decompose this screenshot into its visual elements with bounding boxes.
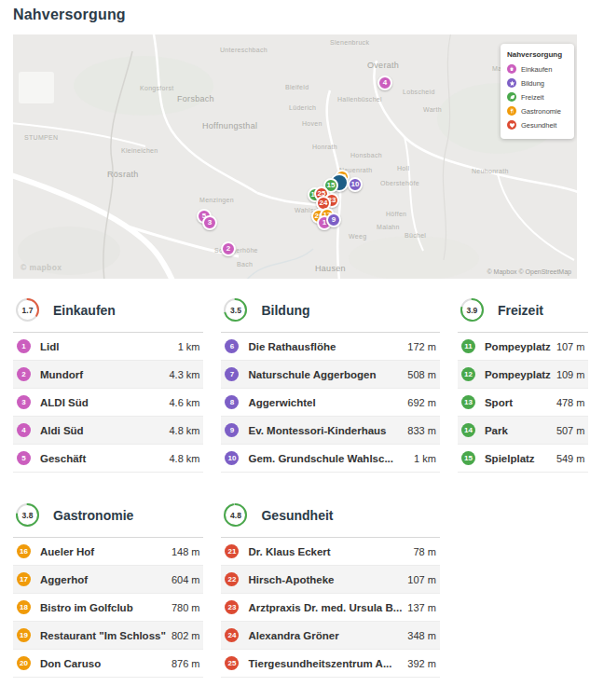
item-distance: 692 m xyxy=(407,397,436,408)
map-place-label: Lobscheid xyxy=(403,89,435,95)
score-badge: 3.9 xyxy=(460,297,485,323)
item-number-badge: 3 xyxy=(17,395,31,409)
item-number-badge: 9 xyxy=(225,423,239,437)
item-number-badge: 17 xyxy=(17,572,31,586)
map-place-label: Hallenbüschel xyxy=(337,96,382,103)
list-item[interactable]: 5Geschäft4.8 km xyxy=(13,445,203,473)
list-item[interactable]: 19Restaurant "Im Schloss"802 m xyxy=(13,622,203,650)
section-header: 1.7 Einkaufen xyxy=(13,295,203,333)
map-marker-4[interactable]: 4 xyxy=(377,75,392,90)
map-place-label: Forsbach xyxy=(177,94,214,103)
section-list: 11Pompeyplatz107 m12Pompeyplatz109 m13Sp… xyxy=(458,333,589,473)
item-distance: 4.6 km xyxy=(169,397,199,408)
list-item[interactable]: 14Park507 m xyxy=(458,417,589,445)
map-attribution[interactable]: © Mapbox © OpenStreetMap xyxy=(487,268,571,275)
list-item[interactable]: 2Mundorf4.3 km xyxy=(13,361,203,389)
list-item[interactable]: 1Lidl1 km xyxy=(13,333,203,361)
item-number-badge: 25 xyxy=(225,656,239,670)
item-distance: 107 m xyxy=(556,341,585,352)
star-icon xyxy=(507,78,516,88)
legend-item-freizeit: Freizeit xyxy=(507,92,569,102)
list-item[interactable]: 9Ev. Montessori-Kinderhaus833 m xyxy=(221,417,439,445)
legend-title: Nahversorgung xyxy=(507,50,569,59)
item-number-badge: 19 xyxy=(17,628,31,642)
section-header: 3.9 Freizeit xyxy=(458,295,589,333)
list-item[interactable]: 20Don Caruso876 m xyxy=(13,650,203,678)
item-number-badge: 22 xyxy=(225,572,239,586)
item-number-badge: 18 xyxy=(17,600,31,614)
item-distance: 833 m xyxy=(407,425,436,436)
item-number-badge: 1 xyxy=(17,339,31,353)
list-item[interactable]: 25Tiergesundheitszentrum A...392 m xyxy=(221,650,439,678)
item-number-badge: 15 xyxy=(461,451,475,465)
map-place-label: Hoffnungsthal xyxy=(202,121,257,130)
map-place-label: Honrath xyxy=(312,144,337,150)
map-marker-10[interactable]: 10 xyxy=(348,177,363,192)
page-title: Nahversorgung xyxy=(13,7,577,23)
cutlery-icon xyxy=(507,106,516,116)
section-list: 16Aueler Hof148 m17Aggerhof604 m18Bistro… xyxy=(13,538,203,678)
section-freizeit: 3.9 Freizeit 11Pompeyplatz107 m12Pompeyp… xyxy=(458,295,589,473)
list-item[interactable]: 22Hirsch-Apotheke107 m xyxy=(221,566,439,594)
item-number-badge: 16 xyxy=(17,544,31,558)
item-number-badge: 20 xyxy=(17,656,31,670)
map-place-label: Weeg xyxy=(349,233,366,240)
map-marker-9[interactable]: 9 xyxy=(326,213,341,227)
map-place-label: Untereschbach xyxy=(220,47,268,53)
section-title: Bildung xyxy=(261,303,309,318)
list-item[interactable]: 13Sport478 m xyxy=(458,389,589,417)
item-name: Die Rathausflöhe xyxy=(248,341,407,352)
map-place-label: Lüderich xyxy=(289,104,316,111)
map-place-label: Rösrath xyxy=(107,170,139,179)
map-place-label: Hausen xyxy=(315,264,346,273)
list-item[interactable]: 23Arztpraxis Dr. med. Ursula B...137 m xyxy=(221,594,439,622)
map[interactable]: SlenenbruckUntereschbachOverathMarialven… xyxy=(13,34,577,279)
item-distance: 508 m xyxy=(407,369,436,380)
item-distance: 1 km xyxy=(414,453,436,464)
list-item[interactable]: 12Pompeyplatz109 m xyxy=(458,361,589,389)
mapbox-logo[interactable]: © mapbox xyxy=(21,263,62,272)
list-item[interactable]: 8Aggerwichtel692 m xyxy=(221,389,439,417)
list-item[interactable]: 10Gem. Grundschule Wahlsc...1 km xyxy=(221,445,439,473)
map-place-label: Neuhonrath xyxy=(472,168,509,174)
item-distance: 148 m xyxy=(172,546,200,557)
item-distance: 109 m xyxy=(556,369,585,380)
section-einkaufen: 1.7 Einkaufen 1Lidl1 km2Mundorf4.3 km3AL… xyxy=(13,295,203,473)
item-name: Lidl xyxy=(40,341,178,352)
item-distance: 4.8 km xyxy=(169,425,199,436)
section-list: 1Lidl1 km2Mundorf4.3 km3ALDI Süd4.6 km4A… xyxy=(13,333,203,473)
list-item[interactable]: 6Die Rathausflöhe172 m xyxy=(221,333,439,361)
list-item[interactable]: 24Alexandra Gröner348 m xyxy=(221,622,439,650)
score-value: 1.7 xyxy=(15,297,40,323)
list-item[interactable]: 17Aggerhof604 m xyxy=(13,566,203,594)
item-number-badge: 23 xyxy=(225,600,239,614)
section-title: Gesundheit xyxy=(261,508,333,523)
list-item[interactable]: 4Aldi Süd4.8 km xyxy=(13,417,203,445)
section-title: Gastronomie xyxy=(53,508,133,523)
bag-icon xyxy=(507,64,516,74)
list-item[interactable]: 11Pompeyplatz107 m xyxy=(458,333,589,361)
map-place-label: Hoven xyxy=(302,120,322,127)
category-sections: 1.7 Einkaufen 1Lidl1 km2Mundorf4.3 km3AL… xyxy=(13,295,577,678)
score-value: 4.8 xyxy=(223,502,248,528)
legend-item-einkaufen: Einkaufen xyxy=(507,64,569,74)
list-item[interactable]: 3ALDI Süd4.6 km xyxy=(13,389,203,417)
item-distance: 507 m xyxy=(556,425,585,436)
section-title: Einkaufen xyxy=(53,303,116,318)
map-place-label: Bleifeld xyxy=(285,84,309,90)
list-item[interactable]: 16Aueler Hof148 m xyxy=(13,538,203,566)
list-item[interactable]: 18Bistro im Golfclub780 m xyxy=(13,594,203,622)
section-gastronomie: 3.8 Gastronomie 16Aueler Hof148 m17Agger… xyxy=(13,501,203,678)
map-place-label: Büchel xyxy=(405,232,426,239)
map-marker-2[interactable]: 2 xyxy=(221,241,236,256)
legend-item-bildung: Bildung xyxy=(507,78,569,88)
score-badge: 3.8 xyxy=(15,502,40,528)
map-place-label: Malahn xyxy=(377,224,400,230)
list-item[interactable]: 15Spielplatz549 m xyxy=(458,445,589,473)
map-place-label: Slenenbruck xyxy=(330,39,369,46)
map-marker-3[interactable]: 3 xyxy=(202,215,217,230)
item-number-badge: 11 xyxy=(461,339,475,353)
section-bildung: 3.5 Bildung 6Die Rathausflöhe172 m7Natur… xyxy=(221,295,439,473)
list-item[interactable]: 7Naturschule Aggerbogen508 m xyxy=(221,361,439,389)
list-item[interactable]: 21Dr. Klaus Eckert78 m xyxy=(221,538,439,566)
